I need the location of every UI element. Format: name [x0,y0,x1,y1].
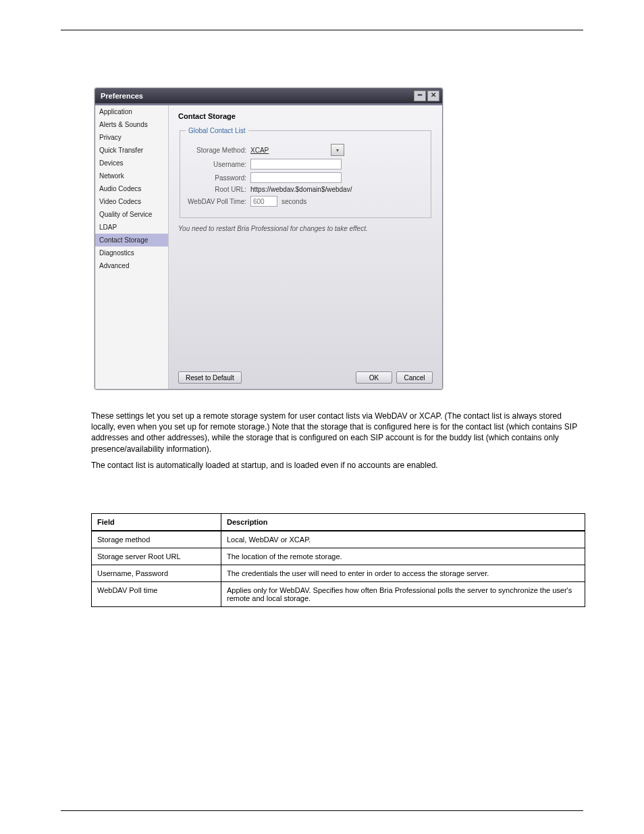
table-header-row: Field Description [92,514,585,531]
titlebar: Preferences ━ ✕ [95,88,442,103]
fields-table: Field Description Storage method Local, … [91,513,585,607]
description-paragraph-2: The contact list is automatically loaded… [91,460,583,471]
storage-method-row: Storage Method: XCAP ▾ [186,144,425,156]
sidebar-item-privacy[interactable]: Privacy [95,131,168,144]
close-icon[interactable]: ✕ [427,90,439,101]
description-text: These settings let you set up a remote s… [91,405,583,476]
password-row: Password: [186,172,425,183]
root-url-value: https://webdav.$domain$/webdav/ [250,186,352,193]
table-row: Username, Password The credentials the u… [92,565,585,582]
preferences-content: Contact Storage Global Contact List Stor… [169,105,442,389]
sidebar-item-qos[interactable]: Quality of Service [95,208,168,221]
table-cell-field: WebDAV Poll time [92,582,221,607]
table-cell-field: Storage method [92,531,221,548]
sidebar-item-alerts-sounds[interactable]: Alerts & Sounds [95,118,168,131]
content-title: Contact Storage [178,112,433,120]
table-header-description: Description [221,514,585,531]
sidebar-item-network[interactable]: Network [95,170,168,182]
restart-note: You need to restart Bria Professional fo… [178,225,433,232]
preferences-sidebar: Application Alerts & Sounds Privacy Quic… [95,105,169,389]
root-url-row: Root URL: https://webdav.$domain$/webdav… [186,186,425,193]
storage-method-value[interactable]: XCAP [250,147,328,154]
username-row: Username: [186,159,425,170]
fieldset-legend: Global Contact List [186,127,248,134]
sidebar-item-diagnostics[interactable]: Diagnostics [95,246,168,259]
table-header-field: Field [92,514,221,531]
reset-to-default-button[interactable]: Reset to Default [178,371,242,384]
preferences-window: Preferences ━ ✕ Application Alerts & Sou… [95,88,443,390]
ok-button[interactable]: OK [356,371,392,384]
poll-time-field[interactable] [250,196,277,207]
sidebar-item-devices[interactable]: Devices [95,157,168,170]
global-contact-list-fieldset: Global Contact List Storage Method: XCAP… [180,127,431,218]
sidebar-item-application[interactable]: Application [95,105,168,118]
table-cell-description: Local, WebDAV or XCAP. [221,531,585,548]
table-row: WebDAV Poll time Applies only for WebDAV… [92,582,585,607]
table-cell-description: The credentials the user will need to en… [221,565,585,582]
table-cell-description: The location of the remote storage. [221,548,585,565]
button-bar: Reset to Default OK Cancel [178,371,433,384]
description-paragraph-1: These settings let you set up a remote s… [91,411,583,454]
poll-time-label: WebDAV Poll Time: [186,198,246,205]
storage-method-label: Storage Method: [186,147,246,154]
password-label: Password: [186,174,246,182]
sidebar-item-advanced[interactable]: Advanced [95,259,168,272]
password-field[interactable] [250,172,342,183]
root-url-label: Root URL: [186,186,246,193]
cancel-button[interactable]: Cancel [396,371,433,384]
storage-method-dropdown-icon[interactable]: ▾ [331,144,344,156]
table-cell-description: Applies only for WebDAV. Specifies how o… [221,582,585,607]
username-field[interactable] [250,159,342,170]
sidebar-item-ldap[interactable]: LDAP [95,221,168,234]
window-title: Preferences [98,92,414,100]
table-cell-field: Storage server Root URL [92,548,221,565]
table-row: Storage server Root URL The location of … [92,548,585,565]
poll-time-unit: seconds [281,198,306,205]
table-cell-field: Username, Password [92,565,221,582]
minimize-icon[interactable]: ━ [414,90,426,101]
sidebar-item-video-codecs[interactable]: Video Codecs [95,195,168,208]
sidebar-item-audio-codecs[interactable]: Audio Codecs [95,182,168,195]
username-label: Username: [186,161,246,168]
poll-time-row: WebDAV Poll Time: seconds [186,196,425,207]
table-row: Storage method Local, WebDAV or XCAP. [92,531,585,548]
sidebar-item-quick-transfer[interactable]: Quick Transfer [95,144,168,157]
sidebar-item-contact-storage[interactable]: Contact Storage [95,234,168,246]
